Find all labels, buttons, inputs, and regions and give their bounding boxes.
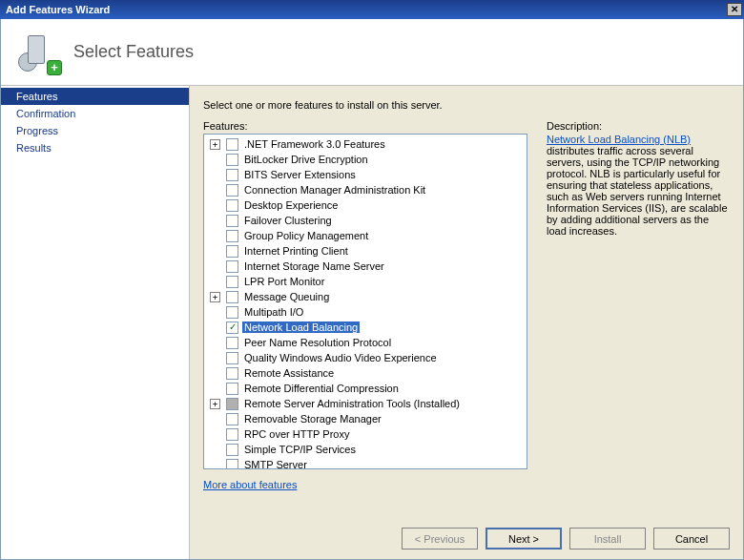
previous-button[interactable]: < Previous [402, 528, 478, 550]
expander-spacer [210, 368, 220, 379]
expander-spacer [210, 277, 220, 287]
sidebar-item-confirmation[interactable]: Confirmation [1, 105, 189, 122]
tree-item[interactable]: +.NET Framework 3.0 Features [204, 136, 527, 152]
checkbox[interactable] [226, 184, 238, 197]
wizard-header: + Select Features [1, 19, 743, 86]
checkbox[interactable] [226, 230, 238, 242]
checkbox[interactable] [226, 199, 238, 212]
checkbox[interactable] [226, 413, 238, 425]
checkbox[interactable] [226, 260, 238, 273]
tree-item[interactable]: Failover Clustering [204, 213, 527, 228]
expander-spacer [210, 384, 220, 394]
checkbox[interactable]: ✓ [226, 321, 238, 334]
expander-spacer [210, 353, 220, 363]
tree-item-label: RPC over HTTP Proxy [242, 428, 351, 440]
expander-spacer [210, 246, 220, 257]
checkbox[interactable] [226, 291, 238, 303]
checkbox[interactable] [226, 306, 238, 319]
tree-item-label: Peer Name Resolution Protocol [242, 337, 393, 348]
more-about-features-link[interactable]: More about features [203, 479, 527, 490]
expander-spacer [210, 460, 220, 470]
tree-item-label: Multipath I/O [242, 306, 305, 318]
features-tree[interactable]: +.NET Framework 3.0 FeaturesBitLocker Dr… [203, 134, 527, 469]
tree-item[interactable]: Simple TCP/IP Services [204, 442, 527, 457]
expander-spacer [210, 338, 220, 348]
expander-spacer [210, 307, 220, 318]
tree-item[interactable]: Group Policy Management [204, 228, 527, 243]
checkbox[interactable] [226, 352, 238, 364]
tree-item[interactable]: Desktop Experience [204, 197, 527, 213]
tree-item[interactable]: BITS Server Extensions [204, 167, 527, 182]
checkbox[interactable] [226, 428, 238, 441]
tree-item-label: Message Queuing [242, 291, 331, 302]
check-icon: ✓ [229, 322, 237, 332]
tree-item-label: Remote Differential Compression [242, 383, 401, 394]
tree-item-label: Removable Storage Manager [242, 413, 383, 425]
cancel-button[interactable]: Cancel [653, 528, 730, 550]
plus-expander-icon[interactable]: + [210, 292, 220, 302]
tree-item[interactable]: Internet Printing Client [204, 243, 527, 259]
plus-expander-icon[interactable]: + [210, 139, 220, 150]
checkbox[interactable] [226, 383, 238, 395]
page-title: Select Features [73, 42, 194, 62]
tree-item-label: Remote Server Administration Tools (Inst… [242, 398, 462, 409]
tree-item-label: .NET Framework 3.0 Features [242, 138, 387, 150]
tree-item-label: Connection Manager Administration Kit [242, 184, 427, 196]
tree-item[interactable]: BitLocker Drive Encryption [204, 152, 527, 167]
sidebar-item-results[interactable]: Results [1, 139, 189, 156]
tree-item[interactable]: Multipath I/O [204, 304, 527, 320]
tree-item-label: Failover Clustering [242, 215, 334, 226]
tree-item[interactable]: Peer Name Resolution Protocol [204, 335, 527, 350]
expander-spacer [210, 322, 220, 333]
features-label: Features: [203, 120, 527, 132]
expander-spacer [210, 216, 220, 226]
sidebar-item-features[interactable]: Features [1, 88, 189, 105]
tree-item[interactable]: RPC over HTTP Proxy [204, 426, 527, 442]
tree-item[interactable]: ✓Network Load Balancing [204, 320, 527, 335]
tree-item-label: Internet Storage Name Server [242, 260, 386, 272]
tree-item-label: Quality Windows Audio Video Experience [242, 352, 439, 363]
expander-spacer [210, 170, 220, 180]
checkbox[interactable] [226, 398, 238, 410]
expander-spacer [210, 445, 220, 455]
instructions-text: Select one or more features to install o… [203, 99, 730, 111]
tree-item[interactable]: Internet Storage Name Server [204, 259, 527, 274]
tree-item[interactable]: SMTP Server [204, 457, 527, 469]
checkbox[interactable] [226, 276, 238, 288]
checkbox[interactable] [226, 367, 238, 380]
checkbox[interactable] [226, 245, 238, 258]
checkbox[interactable] [226, 169, 238, 181]
expander-spacer [210, 414, 220, 425]
tree-item-label: Desktop Experience [242, 199, 340, 211]
tree-item[interactable]: Remote Assistance [204, 365, 527, 381]
tree-item[interactable]: Removable Storage Manager [204, 411, 527, 426]
next-button[interactable]: Next > [486, 528, 562, 550]
tree-item[interactable]: +Remote Server Administration Tools (Ins… [204, 396, 527, 411]
tree-item[interactable]: Connection Manager Administration Kit [204, 182, 527, 197]
checkbox[interactable] [226, 444, 238, 456]
tree-item-label: Internet Printing Client [242, 245, 350, 257]
checkbox[interactable] [226, 459, 238, 470]
expander-spacer [210, 155, 220, 165]
checkbox[interactable] [226, 154, 238, 166]
checkbox[interactable] [226, 138, 238, 151]
wizard-steps-sidebar: FeaturesConfirmationProgressResults [1, 86, 190, 559]
tree-item-label: BitLocker Drive Encryption [242, 154, 370, 165]
close-icon[interactable]: ✕ [727, 3, 742, 16]
tree-item-label: Simple TCP/IP Services [242, 444, 358, 455]
expander-spacer [210, 200, 220, 211]
expander-spacer [210, 231, 220, 241]
tree-item[interactable]: +Message Queuing [204, 289, 527, 304]
sidebar-item-progress[interactable]: Progress [1, 122, 189, 139]
description-text: Network Load Balancing (NLB) distributes… [547, 134, 728, 237]
tree-item[interactable]: Remote Differential Compression [204, 381, 527, 396]
checkbox[interactable] [226, 215, 238, 227]
checkbox[interactable] [226, 337, 238, 349]
tree-item-label: Network Load Balancing [242, 321, 360, 333]
install-button[interactable]: Install [569, 528, 646, 550]
tree-item[interactable]: Quality Windows Audio Video Experience [204, 350, 527, 365]
plus-expander-icon[interactable]: + [210, 399, 220, 409]
expander-spacer [210, 185, 220, 196]
description-link[interactable]: Network Load Balancing (NLB) [547, 134, 691, 145]
tree-item[interactable]: LPR Port Monitor [204, 274, 527, 289]
